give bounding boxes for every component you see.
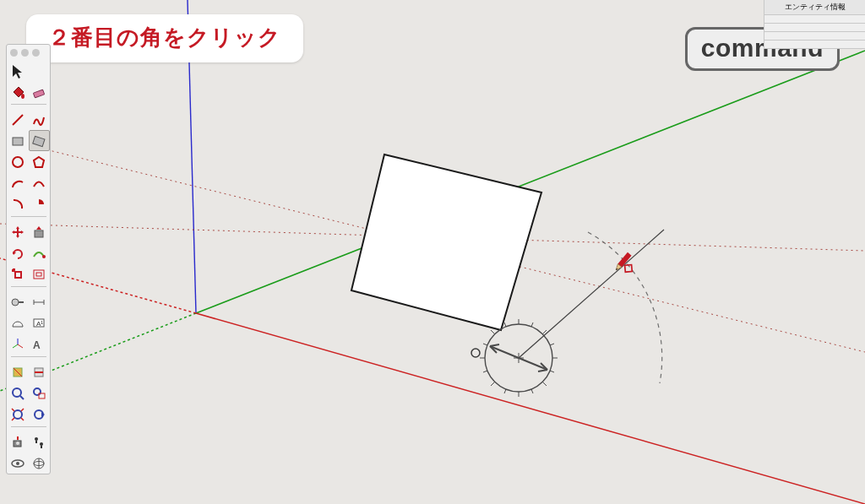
entity-info-slot[interactable] xyxy=(764,15,865,24)
orbit-tool[interactable] xyxy=(29,453,50,474)
offset-tool[interactable] xyxy=(29,263,50,285)
rotate-protractor-gizmo[interactable] xyxy=(480,319,558,397)
select-tool[interactable] xyxy=(8,60,29,81)
pushpull-tool[interactable] xyxy=(29,221,50,242)
follow-icon xyxy=(31,246,46,261)
window-close-icon[interactable] xyxy=(10,49,18,57)
eye-icon xyxy=(10,456,25,471)
zoomw-icon xyxy=(31,386,46,401)
3pt-arc-tool[interactable] xyxy=(8,193,29,214)
eraser-icon xyxy=(31,84,46,100)
pencil-cursor-icon xyxy=(614,252,639,279)
svg-line-23 xyxy=(504,322,506,327)
instruction-overlay: ２番目の角をクリック xyxy=(26,14,303,62)
freehand-tool[interactable] xyxy=(29,109,50,130)
entity-info-slot[interactable] xyxy=(764,32,865,41)
push-icon xyxy=(31,225,46,240)
2pt-arc-tool[interactable] xyxy=(29,172,50,193)
entity-info-slot[interactable] xyxy=(764,41,865,49)
pie-icon xyxy=(31,197,46,212)
angle-dashed-arc xyxy=(588,232,662,383)
angle-ray xyxy=(519,230,664,358)
window-zoom-icon[interactable] xyxy=(32,49,40,57)
window-controls[interactable] xyxy=(7,46,43,60)
section-plane-tool[interactable] xyxy=(8,361,29,382)
text-tool[interactable] xyxy=(29,312,50,333)
line-tool[interactable] xyxy=(8,109,29,130)
tape-tool[interactable] xyxy=(8,291,29,312)
text-icon xyxy=(31,316,46,331)
look-tool[interactable] xyxy=(8,453,29,474)
viewport-3d[interactable] xyxy=(0,0,865,504)
svg-line-18 xyxy=(550,371,554,372)
face-rectangle[interactable] xyxy=(351,154,541,330)
svg-line-13 xyxy=(491,330,495,334)
circ-icon xyxy=(10,154,25,170)
cam-icon xyxy=(10,435,25,450)
3dtext-tool[interactable] xyxy=(29,333,50,355)
rotated-rect-tool[interactable] xyxy=(29,130,50,151)
followme-tool[interactable] xyxy=(29,242,50,263)
svg-line-22 xyxy=(483,344,487,345)
empty xyxy=(29,60,50,81)
rrect-icon xyxy=(31,133,46,149)
offset-icon xyxy=(31,267,46,282)
move-icon xyxy=(10,225,25,240)
svg-line-3 xyxy=(196,313,865,504)
rotate-tool[interactable] xyxy=(8,242,29,263)
section-cut-tool[interactable] xyxy=(29,361,50,382)
cursor-icon xyxy=(10,63,25,79)
move-tool[interactable] xyxy=(8,221,29,242)
squig-icon xyxy=(31,112,46,127)
dim-tool[interactable] xyxy=(29,291,50,312)
svg-line-19 xyxy=(531,389,533,393)
position-camera-tool[interactable] xyxy=(8,431,29,453)
svg-line-1 xyxy=(196,51,865,313)
axes-icon xyxy=(10,337,25,352)
line-icon xyxy=(10,112,25,127)
prot-icon xyxy=(10,316,25,331)
poly-icon xyxy=(31,154,46,170)
scale-tool[interactable] xyxy=(8,263,29,285)
bucket-icon xyxy=(10,84,25,100)
3dt-icon xyxy=(31,337,46,352)
arc1-icon xyxy=(10,176,25,191)
entity-info-panel[interactable]: エンティティ情報 xyxy=(764,0,865,49)
zoom-window-tool[interactable] xyxy=(29,382,50,404)
dim-icon xyxy=(31,295,46,310)
rectangle-tool[interactable] xyxy=(8,130,29,151)
walk-icon xyxy=(31,435,46,450)
entity-info-slot[interactable] xyxy=(764,24,865,32)
arc2-icon xyxy=(31,176,46,191)
protractor-tool[interactable] xyxy=(8,312,29,333)
window-min-icon[interactable] xyxy=(21,49,29,57)
endpoint-cue xyxy=(471,349,480,357)
circle-tool[interactable] xyxy=(8,151,29,172)
previous-view-tool[interactable] xyxy=(29,404,50,425)
rect-icon xyxy=(10,133,25,149)
walk-tool[interactable] xyxy=(29,431,50,453)
svg-line-14 xyxy=(542,382,547,386)
prev-icon xyxy=(31,407,46,422)
svg-line-17 xyxy=(550,344,554,345)
zoom-tool[interactable] xyxy=(8,382,29,404)
rotate-icon xyxy=(10,246,25,261)
scut-icon xyxy=(31,365,46,380)
svg-line-16 xyxy=(531,322,533,327)
sect-icon xyxy=(10,365,25,380)
zoom-extents-tool[interactable] xyxy=(8,404,29,425)
svg-line-20 xyxy=(504,389,506,393)
arc-tool[interactable] xyxy=(8,172,29,193)
eraser-tool[interactable] xyxy=(29,81,50,102)
zoom-icon xyxy=(10,386,25,401)
axes-tool[interactable] xyxy=(8,333,29,355)
svg-line-21 xyxy=(483,371,487,372)
scale-icon xyxy=(10,267,25,282)
polygon-tool[interactable] xyxy=(29,151,50,172)
entity-info-title: エンティティ情報 xyxy=(764,0,865,15)
paint-bucket-tool[interactable] xyxy=(8,81,29,102)
main-toolbar xyxy=(6,44,51,474)
orb-icon xyxy=(31,456,46,471)
zoome-icon xyxy=(10,407,25,422)
pie-tool[interactable] xyxy=(29,193,50,214)
